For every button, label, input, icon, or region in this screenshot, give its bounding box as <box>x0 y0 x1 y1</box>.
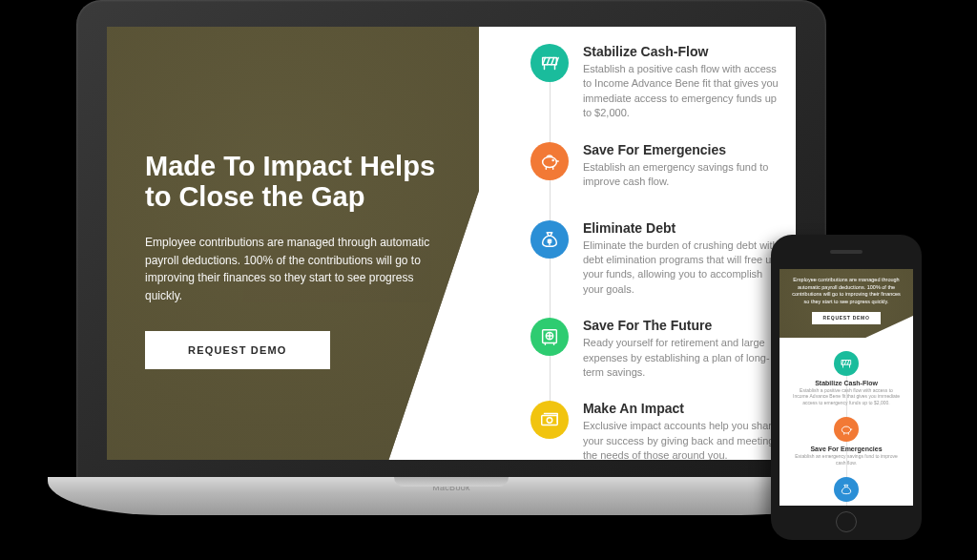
mobile-feature-body: Establish an emergency savings fund to i… <box>789 453 904 466</box>
feature-timeline: Stabilize Cash-Flow Establish a positive… <box>530 44 782 460</box>
features-panel: Stabilize Cash-Flow Establish a positive… <box>479 27 796 460</box>
feature-title: Eliminate Debt <box>583 220 782 236</box>
phone-device: Employee contributions are managed throu… <box>771 235 922 540</box>
mobile-feature-item: Stabilize Cash-Flow Establish a positive… <box>789 351 904 406</box>
mobile-feature-title: Save For Emergencies <box>789 446 904 452</box>
mobile-hero-panel: Employee contributions are managed throu… <box>780 269 913 338</box>
feature-body: Establish an emergency savings fund to i… <box>583 160 782 190</box>
feature-body: Eliminate the burden of crushing debt wi… <box>583 239 782 298</box>
laptop-bezel: Made To Impact Helps to Close the Gap Em… <box>76 0 826 487</box>
feature-item: Save For The Future Ready yourself for r… <box>530 318 782 380</box>
svg-point-2 <box>552 159 553 160</box>
phone-home-button[interactable] <box>836 511 857 532</box>
mobile-feature-title: Stabilize Cash-Flow <box>789 380 904 386</box>
barrier-icon <box>834 351 859 376</box>
laptop-hinge-notch <box>394 477 509 487</box>
feature-title: Save For The Future <box>583 318 782 333</box>
mobile-feature-list: Stabilize Cash-Flow Establish a positive… <box>780 338 913 506</box>
mobile-feature-item: Save For Emergencies Establish an emerge… <box>789 417 904 466</box>
cash-icon <box>530 401 569 439</box>
piggybank-icon <box>530 142 569 180</box>
laptop-base: MacBook <box>48 477 855 515</box>
hero-panel: Made To Impact Helps to Close the Gap Em… <box>107 27 534 460</box>
laptop-device: Made To Impact Helps to Close the Gap Em… <box>48 0 855 544</box>
piggybank-icon <box>834 417 859 442</box>
request-demo-button[interactable]: REQUEST DEMO <box>145 331 330 369</box>
feature-item: Eliminate Debt Eliminate the burden of c… <box>530 220 782 298</box>
feature-title: Save For Emergencies <box>583 142 782 157</box>
mobile-hero-body: Employee contributions are managed throu… <box>789 277 904 306</box>
landing-page: Made To Impact Helps to Close the Gap Em… <box>107 27 796 460</box>
mobile-feature-body: Establish a positive cash flow with acce… <box>789 387 904 406</box>
feature-title: Make An Impact <box>583 401 782 416</box>
svg-point-8 <box>842 426 850 433</box>
hero-diagonal-cut <box>863 316 913 339</box>
svg-point-6 <box>547 418 552 424</box>
feature-item: Make An Impact Exclusive impact accounts… <box>530 401 782 460</box>
feature-item: Stabilize Cash-Flow Establish a positive… <box>530 44 782 121</box>
safe-icon <box>530 318 569 356</box>
feature-body: Establish a positive cash flow with acce… <box>583 62 782 121</box>
feature-item: Save For Emergencies Establish an emerge… <box>530 142 782 199</box>
moneybag-icon <box>834 477 859 502</box>
laptop-screen: Made To Impact Helps to Close the Gap Em… <box>107 27 796 460</box>
moneybag-icon <box>530 220 569 259</box>
hero-body: Employee contributions are managed throu… <box>145 234 431 304</box>
barrier-icon <box>530 44 569 82</box>
mobile-feature-item <box>789 477 904 502</box>
svg-point-1 <box>543 156 557 167</box>
hero-heading: Made To Impact Helps to Close the Gap <box>145 151 441 213</box>
feature-body: Ready yourself for retirement and large … <box>583 336 782 380</box>
svg-rect-5 <box>542 416 558 425</box>
phone-screen: Employee contributions are managed throu… <box>780 269 913 506</box>
phone-speaker <box>830 250 863 254</box>
feature-title: Stabilize Cash-Flow <box>583 44 782 59</box>
feature-body: Exclusive impact accounts help you share… <box>583 419 782 460</box>
